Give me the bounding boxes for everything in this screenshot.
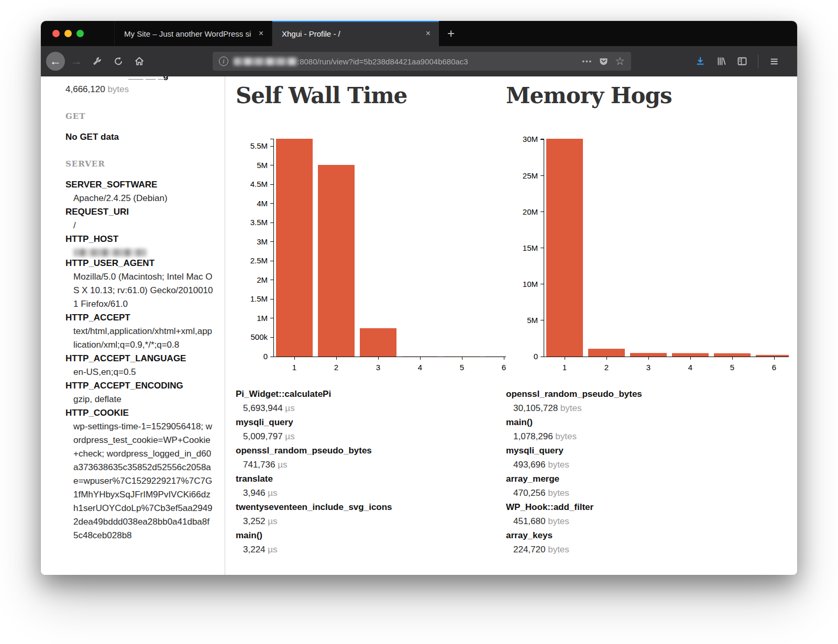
- server-var-label: HTTP_ACCEPT_LANGUAGE: [65, 352, 213, 365]
- y-tick-label: 4.5M: [250, 180, 268, 188]
- no-get-data-note: No GET data: [65, 130, 213, 144]
- server-var-label: HTTP_ACCEPT_ENCODING: [65, 379, 213, 393]
- tab-close-icon[interactable]: ×: [257, 28, 266, 39]
- y-tick-label: 2M: [257, 275, 268, 284]
- url-text: :8080/run/view?id=5b238d84421aa9004b680a…: [297, 57, 580, 66]
- tab-title: Xhgui - Profile - /: [282, 29, 340, 38]
- function-name: main(): [506, 415, 797, 429]
- function-name: Pi_Widget::calculatePi: [236, 387, 506, 401]
- wrench-icon[interactable]: [87, 51, 108, 72]
- self-wall-time-chart: 0500k1M1.5M2M2.5M3M3.5M4M4.5M5M5.5M12345…: [236, 129, 506, 377]
- home-icon[interactable]: [129, 51, 150, 72]
- menu-hamburger-icon[interactable]: ≡: [764, 51, 785, 72]
- bar[interactable]: [630, 353, 667, 357]
- function-value: 5,693,944 µs: [243, 401, 506, 415]
- get-section-heading: GET: [65, 109, 213, 123]
- function-name: WP_Hook::add_filter: [506, 500, 797, 514]
- site-info-icon[interactable]: i: [219, 57, 228, 66]
- y-tick-label: 5.5M: [250, 141, 268, 150]
- server-var-value: Apache/2.4.25 (Debian): [73, 192, 213, 205]
- function-value: 493,696 bytes: [513, 458, 797, 472]
- function-name: openssl_random_pseudo_bytes: [506, 387, 797, 401]
- bar[interactable]: [276, 139, 313, 357]
- url-bar[interactable]: i :8080/run/view?id=5b238d84421aa9004b68…: [213, 52, 631, 71]
- page-content: ___ __ _g 4,666,120 bytes GET No GET dat…: [41, 76, 797, 575]
- bar-chart-svg[interactable]: 0500k1M1.5M2M2.5M3M3.5M4M4.5M5M5.5M12345…: [236, 129, 506, 375]
- bar[interactable]: [318, 165, 355, 357]
- function-name: mysqli_query: [236, 415, 506, 429]
- server-var-value: gzip, deflate: [73, 393, 213, 406]
- y-tick-label: 25M: [523, 171, 538, 180]
- function-name: array_merge: [506, 472, 797, 486]
- function-value: 30,105,728 bytes: [513, 401, 797, 415]
- function-name: main(): [236, 528, 506, 542]
- toolbar-divider: [758, 54, 758, 68]
- redacted-host-value: [73, 249, 147, 257]
- new-tab-button[interactable]: +: [439, 21, 463, 46]
- tab-wordpress-site[interactable]: My Site – Just another WordPress si ×: [114, 21, 272, 46]
- y-tick-label: 20M: [523, 207, 538, 216]
- x-tick-label: 3: [646, 363, 650, 372]
- bar-chart-svg[interactable]: 05M10M15M20M25M30M123456: [506, 129, 789, 375]
- bar[interactable]: [672, 353, 709, 357]
- close-window-button[interactable]: [52, 30, 60, 37]
- back-arrow-icon: ←: [46, 52, 65, 71]
- y-tick-label: 1.5M: [250, 294, 268, 303]
- memory-stat-unit: bytes: [107, 84, 129, 94]
- screenshot-stage: My Site – Just another WordPress si × Xh…: [0, 0, 838, 644]
- page-actions-icon[interactable]: •••: [580, 58, 595, 65]
- function-value: 5,009,797 µs: [243, 429, 506, 443]
- server-var-label: HTTP_USER_AGENT: [65, 257, 213, 270]
- function-value: 3,252 µs: [243, 514, 506, 528]
- server-var-label: REQUEST_URI: [65, 205, 213, 219]
- server-var-value: Mozilla/5.0 (Macintosh; Intel Mac OS X 1…: [73, 270, 213, 311]
- x-tick-label: 1: [292, 363, 296, 372]
- x-tick-label: 4: [418, 363, 422, 372]
- download-icon[interactable]: [690, 51, 711, 72]
- sidebar-toggle-icon[interactable]: [732, 51, 753, 72]
- memory-hogs-column: Memory Hogs 05M10M15M20M25M30M123456 ope…: [506, 76, 797, 575]
- reload-icon[interactable]: [108, 51, 129, 72]
- y-tick-label: 3.5M: [250, 218, 268, 227]
- back-button[interactable]: ←: [45, 51, 66, 72]
- clipped-text-remnant: ___ __ _g: [65, 76, 213, 80]
- tab-bar: My Site – Just another WordPress si × Xh…: [41, 21, 797, 46]
- tab-close-icon[interactable]: ×: [424, 28, 433, 39]
- y-tick-label: 0: [263, 352, 268, 361]
- bar[interactable]: [714, 353, 751, 357]
- y-tick-label: 5M: [257, 161, 268, 170]
- function-value: 741,736 µs: [243, 458, 506, 472]
- x-tick-label: 6: [502, 363, 506, 372]
- server-var-label: HTTP_COOKIE: [65, 406, 213, 420]
- y-tick-label: 0: [534, 352, 538, 361]
- bar[interactable]: [546, 139, 583, 357]
- tab-title: My Site – Just another WordPress si: [124, 29, 252, 38]
- bar[interactable]: [360, 328, 396, 357]
- x-tick-label: 4: [688, 363, 692, 372]
- pocket-icon[interactable]: [597, 57, 611, 66]
- chart-title-memory-hogs: Memory Hogs: [506, 83, 797, 108]
- server-var-label: SERVER_SOFTWARE: [65, 178, 213, 192]
- function-value: 3,946 µs: [243, 486, 506, 500]
- function-name: twentyseventeen_include_svg_icons: [236, 500, 506, 514]
- forward-button[interactable]: →: [66, 51, 87, 72]
- y-tick-label: 500k: [250, 332, 268, 341]
- function-value: 224,720 bytes: [513, 542, 797, 557]
- function-value: 470,256 bytes: [513, 486, 797, 500]
- tab-xhgui-profile[interactable]: Xhgui - Profile - / ×: [272, 21, 439, 46]
- server-var-value: /: [73, 219, 213, 232]
- chart-title-self-wall-time: Self Wall Time: [236, 83, 506, 108]
- x-tick-label: 1: [563, 363, 567, 372]
- bookmark-star-icon[interactable]: ☆: [613, 55, 627, 68]
- memory-stat: 4,666,120 bytes: [65, 83, 213, 96]
- x-tick-label: 6: [772, 363, 776, 372]
- memory-stat-value: 4,666,120: [65, 84, 105, 94]
- zoom-window-button[interactable]: [76, 30, 84, 37]
- minimize-window-button[interactable]: [64, 30, 72, 37]
- x-tick-label: 5: [730, 363, 734, 372]
- url-actions: ••• ☆: [580, 55, 627, 68]
- bar[interactable]: [588, 349, 625, 357]
- library-icon[interactable]: [711, 51, 732, 72]
- x-tick-label: 2: [334, 363, 338, 372]
- x-tick-label: 5: [460, 363, 464, 372]
